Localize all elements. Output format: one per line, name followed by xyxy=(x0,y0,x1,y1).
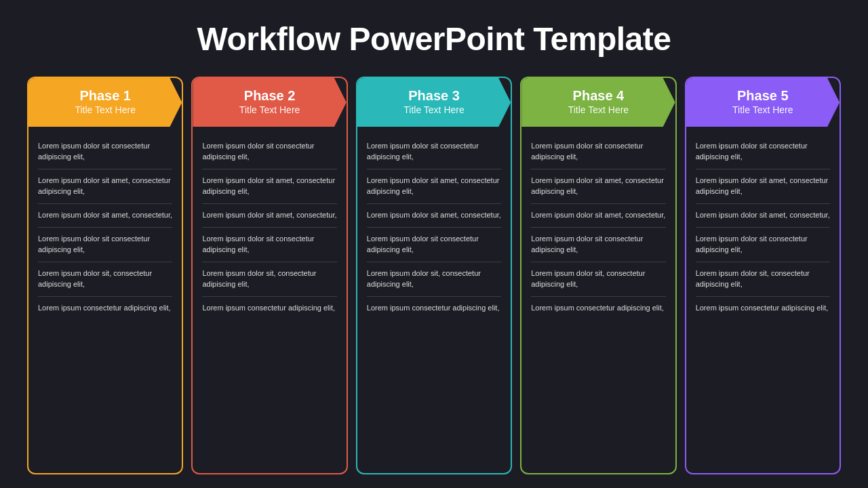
phase-4-item-text-5: Lorem ipsum dolor sit, consectetur adipi… xyxy=(531,268,665,290)
phase-2-item-text-5: Lorem ipsum dolor sit, consectetur adipi… xyxy=(202,268,336,290)
phase-5-item-4: Lorem ipsum dolor sit consectetur adipis… xyxy=(696,228,830,262)
phase-column-2: Phase 2Title Text HereLorem ipsum dolor … xyxy=(191,77,347,474)
phase-3-item-text-3: Lorem ipsum dolor sit amet, consectetur, xyxy=(367,210,501,221)
phase-3-item-4: Lorem ipsum dolor sit consectetur adipis… xyxy=(367,228,501,262)
phase-1-item-text-2: Lorem ipsum dolor sit amet, consectetur … xyxy=(38,176,172,197)
phase-subtitle-1: Title Text Here xyxy=(39,104,171,116)
phase-1-item-text-4: Lorem ipsum dolor sit consectetur adipis… xyxy=(38,234,172,256)
phase-5-item-text-5: Lorem ipsum dolor sit, consectetur adipi… xyxy=(696,268,830,290)
phase-3-item-text-2: Lorem ipsum dolor sit amet, consectetur … xyxy=(367,176,501,197)
phase-column-5: Phase 5Title Text HereLorem ipsum dolor … xyxy=(685,77,841,474)
phase-4-item-6: Lorem ipsum consectetur adipiscing elit, xyxy=(531,297,665,320)
phase-2-item-3: Lorem ipsum dolor sit amet, consectetur, xyxy=(202,204,336,228)
phase-header-5: Phase 5Title Text Here xyxy=(686,78,840,127)
phase-1-item-6: Lorem ipsum consectetur adipiscing elit, xyxy=(38,297,172,320)
phase-2-item-text-1: Lorem ipsum dolor sit consectetur adipis… xyxy=(202,141,336,163)
phase-number-5: Phase 5 xyxy=(697,87,829,104)
phase-5-item-1: Lorem ipsum dolor sit consectetur adipis… xyxy=(696,135,830,169)
phase-3-item-6: Lorem ipsum consectetur adipiscing elit, xyxy=(367,297,501,320)
phase-2-item-text-2: Lorem ipsum dolor sit amet, consectetur … xyxy=(202,176,336,197)
phase-4-item-1: Lorem ipsum dolor sit consectetur adipis… xyxy=(531,135,665,169)
phase-3-item-text-1: Lorem ipsum dolor sit consectetur adipis… xyxy=(367,141,501,163)
phase-subtitle-3: Title Text Here xyxy=(368,104,500,116)
phase-4-item-3: Lorem ipsum dolor sit amet, consectetur, xyxy=(531,204,665,228)
phase-2-item-text-3: Lorem ipsum dolor sit amet, consectetur, xyxy=(202,210,336,221)
phase-header-3: Phase 3Title Text Here xyxy=(357,78,511,127)
phase-column-4: Phase 4Title Text HereLorem ipsum dolor … xyxy=(520,77,676,474)
phase-3-item-5: Lorem ipsum dolor sit, consectetur adipi… xyxy=(367,262,501,297)
phase-column-3: Phase 3Title Text HereLorem ipsum dolor … xyxy=(356,77,512,474)
phase-body-3: Lorem ipsum dolor sit consectetur adipis… xyxy=(357,127,511,473)
phase-5-item-3: Lorem ipsum dolor sit amet, consectetur, xyxy=(696,204,830,228)
phase-1-item-3: Lorem ipsum dolor sit amet, consectetur, xyxy=(38,204,172,228)
phase-5-item-text-1: Lorem ipsum dolor sit consectetur adipis… xyxy=(696,141,830,163)
phase-number-4: Phase 4 xyxy=(532,87,664,104)
phase-body-1: Lorem ipsum dolor sit consectetur adipis… xyxy=(28,127,182,473)
phase-4-item-text-6: Lorem ipsum consectetur adipiscing elit, xyxy=(531,303,665,314)
phases-container: Phase 1Title Text HereLorem ipsum dolor … xyxy=(27,77,841,488)
phase-2-item-5: Lorem ipsum dolor sit, consectetur adipi… xyxy=(202,262,336,297)
phase-5-item-text-2: Lorem ipsum dolor sit amet, consectetur … xyxy=(696,176,830,197)
phase-1-item-text-3: Lorem ipsum dolor sit amet, consectetur, xyxy=(38,210,172,221)
phase-1-item-text-6: Lorem ipsum consectetur adipiscing elit, xyxy=(38,303,172,314)
phase-3-item-text-6: Lorem ipsum consectetur adipiscing elit, xyxy=(367,303,501,314)
phase-3-item-1: Lorem ipsum dolor sit consectetur adipis… xyxy=(367,135,501,169)
phase-3-item-text-4: Lorem ipsum dolor sit consectetur adipis… xyxy=(367,234,501,256)
phase-1-item-1: Lorem ipsum dolor sit consectetur adipis… xyxy=(38,135,172,169)
phase-1-item-4: Lorem ipsum dolor sit consectetur adipis… xyxy=(38,228,172,262)
page-title: Workflow PowerPoint Template xyxy=(197,20,671,58)
phase-body-2: Lorem ipsum dolor sit consectetur adipis… xyxy=(193,127,346,473)
phase-5-item-text-3: Lorem ipsum dolor sit amet, consectetur, xyxy=(696,210,830,221)
phase-4-item-5: Lorem ipsum dolor sit, consectetur adipi… xyxy=(531,262,665,297)
phase-5-item-6: Lorem ipsum consectetur adipiscing elit, xyxy=(696,297,830,320)
phase-4-item-text-2: Lorem ipsum dolor sit amet, consectetur … xyxy=(531,176,665,197)
phase-2-item-text-4: Lorem ipsum dolor sit consectetur adipis… xyxy=(202,234,336,256)
phase-body-5: Lorem ipsum dolor sit consectetur adipis… xyxy=(686,127,840,473)
phase-number-3: Phase 3 xyxy=(368,87,500,104)
phase-column-1: Phase 1Title Text HereLorem ipsum dolor … xyxy=(27,77,183,474)
phase-subtitle-4: Title Text Here xyxy=(532,104,664,116)
phase-4-item-text-3: Lorem ipsum dolor sit amet, consectetur, xyxy=(531,210,665,221)
phase-3-item-2: Lorem ipsum dolor sit amet, consectetur … xyxy=(367,169,501,204)
phase-1-item-text-1: Lorem ipsum dolor sit consectetur adipis… xyxy=(38,141,172,163)
phase-header-1: Phase 1Title Text Here xyxy=(28,78,182,127)
phase-1-item-5: Lorem ipsum dolor sit, consectetur adipi… xyxy=(38,262,172,297)
phase-2-item-4: Lorem ipsum dolor sit consectetur adipis… xyxy=(202,228,336,262)
phase-subtitle-5: Title Text Here xyxy=(697,104,829,116)
phase-1-item-2: Lorem ipsum dolor sit amet, consectetur … xyxy=(38,169,172,204)
phase-4-item-2: Lorem ipsum dolor sit amet, consectetur … xyxy=(531,169,665,204)
phase-2-item-1: Lorem ipsum dolor sit consectetur adipis… xyxy=(202,135,336,169)
phase-4-item-4: Lorem ipsum dolor sit consectetur adipis… xyxy=(531,228,665,262)
phase-subtitle-2: Title Text Here xyxy=(203,104,335,116)
phase-5-item-5: Lorem ipsum dolor sit, consectetur adipi… xyxy=(696,262,830,297)
phase-2-item-text-6: Lorem ipsum consectetur adipiscing elit, xyxy=(202,303,336,314)
phase-number-1: Phase 1 xyxy=(39,87,171,104)
phase-5-item-text-6: Lorem ipsum consectetur adipiscing elit, xyxy=(696,303,830,314)
phase-2-item-2: Lorem ipsum dolor sit amet, consectetur … xyxy=(202,169,336,204)
phase-body-4: Lorem ipsum dolor sit consectetur adipis… xyxy=(521,127,675,473)
phase-5-item-2: Lorem ipsum dolor sit amet, consectetur … xyxy=(696,169,830,204)
phase-2-item-6: Lorem ipsum consectetur adipiscing elit, xyxy=(202,297,336,320)
phase-1-item-text-5: Lorem ipsum dolor sit, consectetur adipi… xyxy=(38,268,172,290)
phase-5-item-text-4: Lorem ipsum dolor sit consectetur adipis… xyxy=(696,234,830,256)
phase-4-item-text-1: Lorem ipsum dolor sit consectetur adipis… xyxy=(531,141,665,163)
phase-number-2: Phase 2 xyxy=(203,87,335,104)
phase-header-4: Phase 4Title Text Here xyxy=(521,78,675,127)
phase-header-2: Phase 2Title Text Here xyxy=(193,78,346,127)
phase-3-item-text-5: Lorem ipsum dolor sit, consectetur adipi… xyxy=(367,268,501,290)
phase-3-item-3: Lorem ipsum dolor sit amet, consectetur, xyxy=(367,204,501,228)
phase-4-item-text-4: Lorem ipsum dolor sit consectetur adipis… xyxy=(531,234,665,256)
